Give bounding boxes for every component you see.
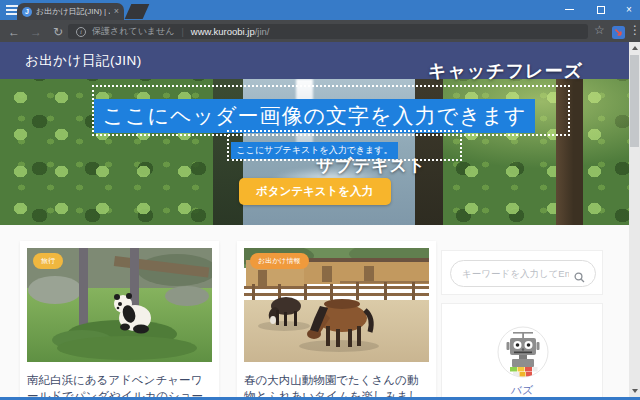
browser-titlebar: J お出かけ日記(JIN) | Just a × ×: [0, 0, 640, 20]
site-title[interactable]: お出かけ日記(JIN): [25, 42, 142, 79]
address-bar[interactable]: i 保護されていません | www.kuroobi.jp /jin/: [68, 24, 588, 39]
extension-icon[interactable]: [612, 25, 625, 43]
scrollbar-down-icon[interactable]: [629, 385, 640, 397]
post-card-zoo[interactable]: お出かけ情報 春の大内山動物園でたくさんの動物とふれあいタイムを楽しみました: [237, 241, 436, 397]
scrollbar-thumb[interactable]: [630, 55, 639, 147]
tab-close-icon[interactable]: ×: [114, 7, 119, 16]
close-button[interactable]: ×: [616, 0, 640, 19]
web-page: お出かけ日記(JIN) キャッチフレーズ ここにヘッダー画像の文字を入力できます…: [0, 42, 629, 397]
bookmark-star-icon[interactable]: ☆: [594, 23, 605, 37]
omnibox-separator: |: [181, 27, 183, 37]
sidebar-search-widget: [441, 250, 603, 295]
search-icon[interactable]: [574, 269, 585, 280]
tab-title: お出かけ日記(JIN) | Just a: [36, 6, 110, 17]
hero-subtext-row: ここにサブテキストを入力できます。: [0, 142, 629, 159]
scrollbar[interactable]: [629, 42, 640, 398]
hero-headline: ここにヘッダー画像の文字を入力できます: [94, 99, 536, 133]
post-title[interactable]: 南紀白浜にあるアドベンチャーワールドでパンダやイルカのショーを見てき: [27, 372, 212, 397]
category-badge[interactable]: 旅行: [33, 253, 63, 269]
hero-cta-button[interactable]: ボタンテキストを入力: [239, 178, 391, 205]
tab-favicon: J: [22, 7, 32, 17]
reload-icon[interactable]: ↻: [50, 24, 66, 39]
catchphrase-annotation: キャッチフレーズ: [428, 59, 583, 83]
profile-name-link[interactable]: バズ: [442, 383, 602, 397]
new-tab-button[interactable]: [125, 4, 150, 19]
subtext-annotation: サブテキスト: [316, 154, 426, 177]
post-card-panda[interactable]: 旅行 南紀白浜にあるアドベンチャーワールドでパンダやイルカのショーを見てき: [20, 241, 219, 397]
maximize-icon: [597, 6, 605, 14]
hero-headline-row: ここにヘッダー画像の文字を入力できます: [0, 99, 629, 133]
back-icon[interactable]: ←: [6, 24, 22, 39]
minimize-icon: [565, 9, 574, 11]
robot-avatar[interactable]: [497, 326, 549, 378]
browser-tab[interactable]: J お出かけ日記(JIN) | Just a ×: [17, 3, 124, 20]
close-icon: ×: [626, 4, 632, 15]
sidebar-profile-widget: バズ: [441, 303, 603, 397]
security-status: 保護されていません: [92, 25, 174, 38]
scrollbar-up-icon[interactable]: [629, 42, 640, 54]
url-path: /jin/: [255, 26, 270, 37]
post-title[interactable]: 春の大内山動物園でたくさんの動物とふれあいタイムを楽しみました: [244, 372, 429, 397]
minimize-button[interactable]: [556, 0, 582, 19]
category-badge[interactable]: お出かけ情報: [250, 253, 309, 269]
info-icon[interactable]: i: [76, 27, 86, 37]
url-host: www.kuroobi.jp: [191, 26, 255, 37]
forward-icon[interactable]: →: [28, 24, 44, 39]
maximize-button[interactable]: [588, 0, 614, 19]
menu-dots-icon[interactable]: ⋮: [629, 23, 640, 37]
